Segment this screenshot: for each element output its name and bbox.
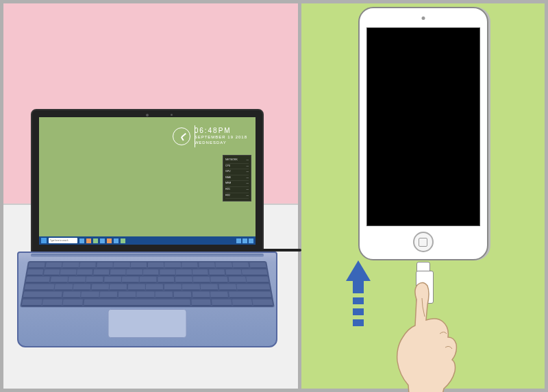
taskbar-search: Type here to search xyxy=(49,238,77,243)
clock-date: SEPTEMBER 19 2018 xyxy=(195,135,247,140)
start-button-icon xyxy=(41,238,47,243)
clock-icon xyxy=(173,127,190,145)
taskbar: Type here to search xyxy=(39,236,256,245)
laptop-keyboard xyxy=(20,261,275,307)
insert-arrow-icon xyxy=(346,260,371,326)
laptop-trackpad xyxy=(108,309,187,338)
laptop-base xyxy=(17,252,277,347)
phone-camera-icon xyxy=(421,16,425,20)
panel-phone-side xyxy=(301,3,545,389)
clock-day: WEDNESDAY xyxy=(195,140,247,146)
system-monitor-widget: NETWORK— CPU— GPU— RAM— MEM— HD1— HD2— xyxy=(223,155,251,201)
tray-icon xyxy=(249,238,253,243)
taskbar-app-icon xyxy=(93,238,98,243)
hand-illustration xyxy=(375,279,471,392)
laptop-device: 06:48PM SEPTEMBER 19 2018 WEDNESDAY NETW… xyxy=(17,109,277,347)
taskbar-app-icon xyxy=(121,238,125,243)
tray-icon xyxy=(242,238,247,243)
taskbar-app-icon xyxy=(100,238,105,243)
phone-body xyxy=(358,7,488,260)
phone-screen xyxy=(366,27,480,226)
panel-laptop-side: 06:48PM SEPTEMBER 19 2018 WEDNESDAY NETW… xyxy=(3,3,298,389)
connector-tip xyxy=(416,262,430,271)
taskbar-app-icon xyxy=(86,238,91,243)
laptop-desktop: 06:48PM SEPTEMBER 19 2018 WEDNESDAY NETW… xyxy=(39,117,256,245)
desktop-clock-widget: 06:48PM SEPTEMBER 19 2018 WEDNESDAY xyxy=(195,126,247,146)
clock-time: 06:48PM xyxy=(195,126,247,135)
phone-device xyxy=(358,7,488,260)
taskbar-app-icon xyxy=(79,238,84,243)
tray-icon xyxy=(236,238,241,243)
instruction-diagram: 06:48PM SEPTEMBER 19 2018 WEDNESDAY NETW… xyxy=(0,0,548,392)
taskbar-app-icon xyxy=(114,238,119,243)
home-button-icon xyxy=(413,232,434,252)
laptop-hinge xyxy=(31,254,264,257)
laptop-bezel: 06:48PM SEPTEMBER 19 2018 WEDNESDAY NETW… xyxy=(31,109,264,253)
taskbar-app-icon xyxy=(107,238,112,243)
usb-cable-laptop-side xyxy=(260,249,301,252)
